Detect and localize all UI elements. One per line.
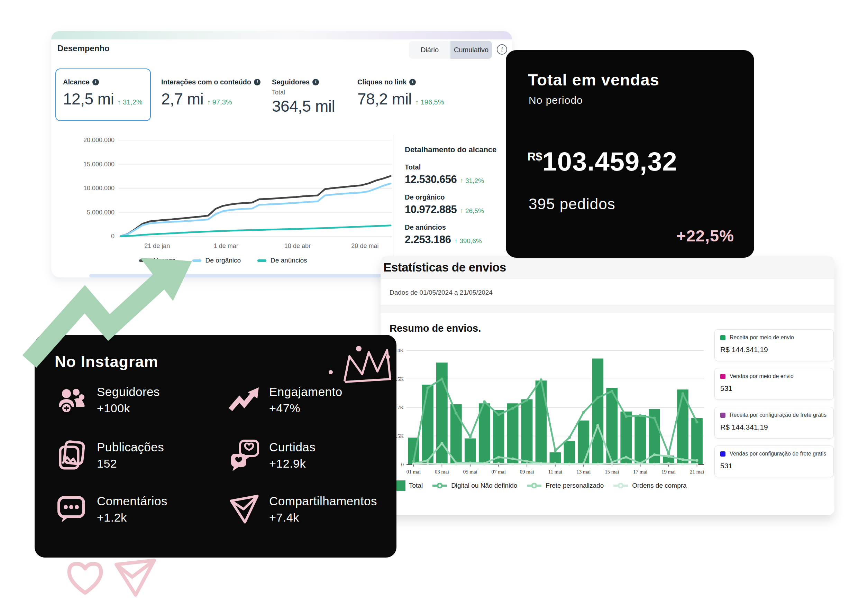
metric-card-cliques[interactable]: Cliques no linki 78,2 mil↑ 196,5% <box>358 69 444 108</box>
stat-seguidores: Seguidores +100k <box>56 384 160 416</box>
stat-label: Compartilhamentos <box>269 494 377 508</box>
breakdown-value: 2.253.186↑ 390,6% <box>405 234 509 246</box>
metric-card-alcance[interactable]: Alcancei 12,5 mi↑ 31,2% <box>55 69 151 121</box>
panel-title: Estatísticas de envios <box>383 260 506 274</box>
sales-value: R$ 103.459,32 <box>527 146 677 176</box>
info-icon[interactable]: i <box>254 79 261 86</box>
svg-text:17 mai: 17 mai <box>633 469 647 474</box>
svg-text:7K: 7K <box>398 405 404 410</box>
svg-text:1 de mar: 1 de mar <box>214 242 238 250</box>
metric-card-interacoes[interactable]: Interações com o conteúdoi 2,7 mi↑ 97,3% <box>161 69 261 108</box>
stat-value: +100k <box>97 402 160 415</box>
stat-publicacoes: Publicações 152 <box>56 439 164 471</box>
legend-item-ordens[interactable]: Ordens de compra <box>613 482 686 490</box>
growth-arrow-icon <box>10 232 204 381</box>
svg-text:21 mai: 21 mai <box>690 469 704 474</box>
kpi-card-receita-frete: Receita por configuração de frete grátis… <box>714 407 834 438</box>
metric-value: 78,2 mil <box>358 90 412 108</box>
legend-item-total[interactable]: Total <box>395 480 423 491</box>
kpi-swatch <box>720 451 725 457</box>
kpi-value: 531 <box>720 462 828 470</box>
info-icon[interactable]: i <box>409 79 416 86</box>
svg-text:11 mai: 11 mai <box>548 469 562 474</box>
stat-value: 152 <box>97 457 164 470</box>
metric-trend: ↑ 196,5% <box>415 98 444 106</box>
sales-title: Total em vendas <box>528 70 659 89</box>
stat-engajamento: Engajamento +47% <box>228 384 342 416</box>
kpi-swatch <box>720 374 725 379</box>
page-title: Desempenho <box>58 44 110 53</box>
stat-curtidas: Curtidas +12.9k <box>228 439 315 471</box>
svg-text:5.000.000: 5.000.000 <box>87 209 114 216</box>
likes-icon <box>228 439 260 471</box>
engagement-icon <box>228 384 260 416</box>
tab-cumulativo[interactable]: Cumulativo <box>450 41 492 59</box>
kpi-value: R$ 144.341,19 <box>720 423 828 431</box>
breakdown-title: Detalhamento do alcance <box>405 145 509 154</box>
svg-text:15.000.000: 15.000.000 <box>84 161 114 168</box>
shipments-legend: Total Digital ou Não definido Frete pers… <box>395 480 687 491</box>
svg-text:0: 0 <box>401 462 404 467</box>
legend-swatch <box>258 259 266 262</box>
kpi-swatch <box>720 335 725 340</box>
breakdown-label: De anúncios <box>405 223 509 231</box>
stat-label: Publicações <box>97 440 164 454</box>
line-marker-icon <box>613 483 629 488</box>
metric-card-seguidores[interactable]: Seguidoresi Total 364,5 mil <box>272 69 335 115</box>
stat-label: Seguidores <box>97 385 160 399</box>
comments-icon <box>56 493 88 525</box>
stat-value: +1.2k <box>97 511 167 524</box>
vertical-divider <box>393 135 394 273</box>
kpi-value: R$ 144.341,19 <box>720 346 828 354</box>
kpi-card-vendas-frete: Vendas por configuração de frete gratis … <box>714 446 834 477</box>
line-marker-icon <box>432 483 448 488</box>
metric-label: Interações com o conteúdo <box>161 78 251 86</box>
svg-text:20 de mai: 20 de mai <box>351 242 378 250</box>
order-count: 395 pedidos <box>529 195 615 213</box>
stat-label: Curtidas <box>269 440 315 454</box>
total-sales-card: Total em vendas No periodo R$ 103.459,32… <box>506 50 754 258</box>
line-marker-icon <box>526 483 542 488</box>
stat-label: Engajamento <box>269 385 342 399</box>
svg-text:10 de abr: 10 de abr <box>284 242 311 250</box>
info-icon[interactable]: i <box>92 79 99 86</box>
section-divider <box>381 306 834 313</box>
metric-value: 364,5 mil <box>272 97 335 115</box>
date-range: Dados de 01/05/2024 a 21/05/2024 <box>390 289 493 296</box>
breakdown-label: Total <box>405 163 509 171</box>
info-icon[interactable]: i <box>497 44 507 55</box>
shares-icon <box>228 493 260 525</box>
stat-compartilhamentos: Compartilhamentos +7.4k <box>228 493 377 525</box>
stat-label: Comentários <box>97 494 167 508</box>
legend-item-frete[interactable]: Frete personalizado <box>526 482 604 490</box>
shipments-bar-chart: 14K10.5K7K3.5K001 mai03 mai05 mai07 mai0… <box>391 338 720 477</box>
sales-subtitle: No periodo <box>529 94 583 106</box>
svg-text:01 mai: 01 mai <box>406 469 421 474</box>
legend-item-digital[interactable]: Digital ou Não definido <box>432 482 517 490</box>
kpi-card-vendas-envio: Vendas por meio de envio 531 <box>714 368 834 400</box>
stat-value: +7.4k <box>269 511 377 524</box>
svg-text:15 mai: 15 mai <box>605 469 619 474</box>
view-toggle: Diário Cumulativo <box>409 41 492 59</box>
svg-text:09 mai: 09 mai <box>520 469 534 474</box>
metric-trend: ↑ 31,2% <box>117 98 142 106</box>
svg-text:03 mai: 03 mai <box>435 469 449 474</box>
legend-swatch <box>395 480 406 491</box>
tab-diario[interactable]: Diário <box>409 41 450 59</box>
metric-label: Cliques no link <box>358 78 406 86</box>
svg-text:05 mai: 05 mai <box>463 469 478 474</box>
stat-comentarios: Comentários +1.2k <box>56 493 167 525</box>
reach-breakdown-panel: Detalhamento do alcance Total 12.530.656… <box>405 145 509 246</box>
panel-header: Estatísticas de envios <box>381 256 834 279</box>
metric-value: 12,5 mi <box>63 90 114 108</box>
svg-text:10.000.000: 10.000.000 <box>84 185 114 192</box>
legend-item-anuncios[interactable]: De anúncios <box>258 257 307 264</box>
section-title: Resumo de envios. <box>390 323 481 334</box>
kpi-card-receita-envio: Receita por meio de envio R$ 144.341,19 <box>714 329 834 361</box>
metric-value: 2,7 mi <box>161 90 203 108</box>
info-icon[interactable]: i <box>312 79 319 86</box>
kpi-swatch <box>720 413 725 418</box>
metric-label: Alcance <box>63 78 90 86</box>
svg-text:20.000.000: 20.000.000 <box>84 137 114 143</box>
heart-icon <box>66 560 105 598</box>
